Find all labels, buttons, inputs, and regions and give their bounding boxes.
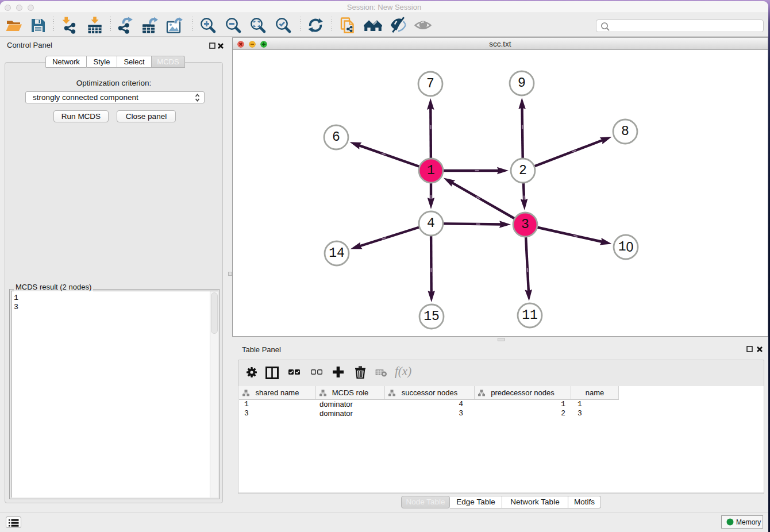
svg-text:10: 10 bbox=[618, 240, 634, 255]
svg-text:2: 2 bbox=[519, 163, 527, 178]
svg-text:1: 1 bbox=[427, 163, 435, 178]
svg-text:3: 3 bbox=[521, 217, 529, 232]
svg-text:14: 14 bbox=[329, 246, 345, 261]
svg-text:8: 8 bbox=[621, 124, 629, 139]
svg-text:6: 6 bbox=[332, 130, 340, 145]
svg-text:15: 15 bbox=[424, 309, 440, 324]
svg-text:11: 11 bbox=[522, 308, 538, 323]
svg-text:7: 7 bbox=[426, 76, 434, 91]
svg-text:4: 4 bbox=[427, 216, 435, 231]
svg-text:9: 9 bbox=[518, 76, 526, 91]
